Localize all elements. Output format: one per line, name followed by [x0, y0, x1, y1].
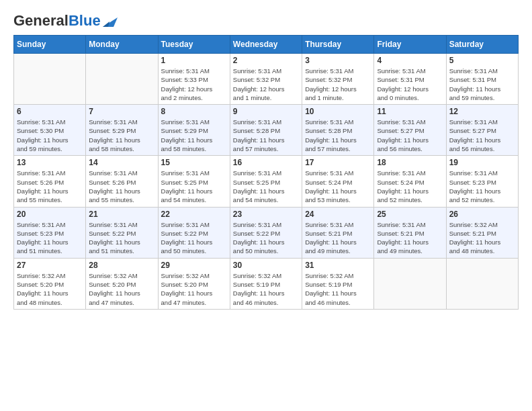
day-number: 12: [449, 107, 515, 116]
day-info: Sunrise: 5:31 AM Sunset: 5:25 PM Dayligh…: [161, 169, 227, 204]
day-info: Sunrise: 5:31 AM Sunset: 5:28 PM Dayligh…: [305, 118, 371, 153]
calendar-cell: 20Sunrise: 5:31 AM Sunset: 5:23 PM Dayli…: [14, 207, 86, 258]
calendar-cell: 14Sunrise: 5:31 AM Sunset: 5:26 PM Dayli…: [86, 156, 158, 207]
day-number: 11: [377, 107, 443, 116]
calendar-cell: 18Sunrise: 5:31 AM Sunset: 5:24 PM Dayli…: [374, 156, 446, 207]
calendar-header-row: SundayMondayTuesdayWednesdayThursdayFrid…: [14, 36, 519, 54]
calendar-cell: 1Sunrise: 5:31 AM Sunset: 5:33 PM Daylig…: [158, 54, 230, 105]
calendar-cell: 28Sunrise: 5:32 AM Sunset: 5:20 PM Dayli…: [86, 258, 158, 309]
day-info: Sunrise: 5:31 AM Sunset: 5:27 PM Dayligh…: [449, 118, 515, 153]
day-info: Sunrise: 5:32 AM Sunset: 5:19 PM Dayligh…: [305, 271, 371, 307]
calendar-cell: 9Sunrise: 5:31 AM Sunset: 5:28 PM Daylig…: [230, 105, 302, 156]
day-number: 22: [161, 210, 227, 219]
calendar-week-row: 1Sunrise: 5:31 AM Sunset: 5:33 PM Daylig…: [14, 54, 519, 105]
day-info: Sunrise: 5:31 AM Sunset: 5:29 PM Dayligh…: [161, 118, 227, 153]
day-info: Sunrise: 5:31 AM Sunset: 5:26 PM Dayligh…: [89, 169, 154, 204]
calendar-cell: 19Sunrise: 5:31 AM Sunset: 5:23 PM Dayli…: [446, 156, 518, 207]
calendar-cell: 23Sunrise: 5:31 AM Sunset: 5:22 PM Dayli…: [230, 207, 302, 258]
day-number: 8: [161, 107, 227, 116]
calendar-cell: 10Sunrise: 5:31 AM Sunset: 5:28 PM Dayli…: [302, 105, 374, 156]
day-number: 29: [161, 261, 227, 270]
day-number: 19: [449, 158, 515, 167]
day-info: Sunrise: 5:32 AM Sunset: 5:20 PM Dayligh…: [161, 271, 227, 307]
calendar-cell: [14, 54, 86, 105]
day-of-week-header: Saturday: [446, 36, 518, 54]
day-number: 31: [305, 261, 371, 270]
day-of-week-header: Monday: [86, 36, 158, 54]
day-of-week-header: Tuesday: [158, 36, 230, 54]
logo-text: GeneralBlue: [13, 13, 101, 28]
day-info: Sunrise: 5:31 AM Sunset: 5:24 PM Dayligh…: [377, 169, 443, 204]
calendar-cell: 21Sunrise: 5:31 AM Sunset: 5:22 PM Dayli…: [86, 207, 158, 258]
day-info: Sunrise: 5:31 AM Sunset: 5:22 PM Dayligh…: [161, 220, 227, 256]
day-of-week-header: Sunday: [14, 36, 86, 54]
calendar-cell: 27Sunrise: 5:32 AM Sunset: 5:20 PM Dayli…: [14, 258, 86, 309]
day-number: 10: [305, 107, 371, 116]
calendar-cell: 2Sunrise: 5:31 AM Sunset: 5:32 PM Daylig…: [230, 54, 302, 105]
day-info: Sunrise: 5:32 AM Sunset: 5:20 PM Dayligh…: [17, 271, 83, 307]
day-info: Sunrise: 5:31 AM Sunset: 5:21 PM Dayligh…: [305, 220, 371, 256]
day-of-week-header: Wednesday: [230, 36, 302, 54]
day-number: 7: [89, 107, 154, 116]
day-number: 21: [89, 210, 154, 219]
calendar-cell: 31Sunrise: 5:32 AM Sunset: 5:19 PM Dayli…: [302, 258, 374, 309]
calendar-week-row: 20Sunrise: 5:31 AM Sunset: 5:23 PM Dayli…: [14, 207, 519, 258]
day-info: Sunrise: 5:31 AM Sunset: 5:24 PM Dayligh…: [305, 169, 371, 204]
calendar-cell: 25Sunrise: 5:31 AM Sunset: 5:21 PM Dayli…: [374, 207, 446, 258]
calendar-cell: [446, 258, 518, 309]
calendar-table: SundayMondayTuesdayWednesdayThursdayFrid…: [13, 35, 519, 310]
calendar-cell: 12Sunrise: 5:31 AM Sunset: 5:27 PM Dayli…: [446, 105, 518, 156]
day-number: 15: [161, 158, 227, 167]
day-info: Sunrise: 5:31 AM Sunset: 5:26 PM Dayligh…: [17, 169, 83, 204]
logo: GeneralBlue: [13, 13, 118, 28]
calendar-cell: 29Sunrise: 5:32 AM Sunset: 5:20 PM Dayli…: [158, 258, 230, 309]
day-info: Sunrise: 5:31 AM Sunset: 5:32 PM Dayligh…: [233, 66, 299, 102]
day-number: 16: [233, 158, 299, 167]
calendar-cell: 13Sunrise: 5:31 AM Sunset: 5:26 PM Dayli…: [14, 156, 86, 207]
calendar-cell: 17Sunrise: 5:31 AM Sunset: 5:24 PM Dayli…: [302, 156, 374, 207]
calendar-cell: 16Sunrise: 5:31 AM Sunset: 5:25 PM Dayli…: [230, 156, 302, 207]
calendar-week-row: 6Sunrise: 5:31 AM Sunset: 5:30 PM Daylig…: [14, 105, 519, 156]
day-number: 5: [449, 56, 515, 65]
calendar-cell: 24Sunrise: 5:31 AM Sunset: 5:21 PM Dayli…: [302, 207, 374, 258]
day-number: 27: [17, 261, 83, 270]
page-header: GeneralBlue: [13, 13, 519, 28]
day-of-week-header: Thursday: [302, 36, 374, 54]
day-info: Sunrise: 5:31 AM Sunset: 5:31 PM Dayligh…: [449, 66, 515, 102]
day-info: Sunrise: 5:31 AM Sunset: 5:21 PM Dayligh…: [377, 220, 443, 256]
day-info: Sunrise: 5:31 AM Sunset: 5:23 PM Dayligh…: [449, 169, 515, 204]
day-info: Sunrise: 5:31 AM Sunset: 5:23 PM Dayligh…: [17, 220, 83, 256]
calendar-week-row: 13Sunrise: 5:31 AM Sunset: 5:26 PM Dayli…: [14, 156, 519, 207]
calendar-cell: 22Sunrise: 5:31 AM Sunset: 5:22 PM Dayli…: [158, 207, 230, 258]
day-number: 28: [89, 261, 154, 270]
day-number: 23: [233, 210, 299, 219]
day-info: Sunrise: 5:31 AM Sunset: 5:25 PM Dayligh…: [233, 169, 299, 204]
day-info: Sunrise: 5:31 AM Sunset: 5:22 PM Dayligh…: [233, 220, 299, 256]
calendar-cell: 5Sunrise: 5:31 AM Sunset: 5:31 PM Daylig…: [446, 54, 518, 105]
day-info: Sunrise: 5:31 AM Sunset: 5:30 PM Dayligh…: [17, 118, 83, 153]
calendar-cell: 11Sunrise: 5:31 AM Sunset: 5:27 PM Dayli…: [374, 105, 446, 156]
calendar-week-row: 27Sunrise: 5:32 AM Sunset: 5:20 PM Dayli…: [14, 258, 519, 309]
day-info: Sunrise: 5:32 AM Sunset: 5:19 PM Dayligh…: [233, 271, 299, 307]
day-info: Sunrise: 5:31 AM Sunset: 5:31 PM Dayligh…: [377, 66, 443, 102]
calendar-cell: 15Sunrise: 5:31 AM Sunset: 5:25 PM Dayli…: [158, 156, 230, 207]
day-number: 1: [161, 56, 227, 65]
logo-bird-icon: [103, 15, 118, 27]
day-info: Sunrise: 5:31 AM Sunset: 5:27 PM Dayligh…: [377, 118, 443, 153]
calendar-cell: [374, 258, 446, 309]
day-of-week-header: Friday: [374, 36, 446, 54]
day-number: 4: [377, 56, 443, 65]
day-info: Sunrise: 5:31 AM Sunset: 5:28 PM Dayligh…: [233, 118, 299, 153]
calendar-cell: 6Sunrise: 5:31 AM Sunset: 5:30 PM Daylig…: [14, 105, 86, 156]
day-number: 9: [233, 107, 299, 116]
day-info: Sunrise: 5:31 AM Sunset: 5:32 PM Dayligh…: [305, 66, 371, 102]
day-info: Sunrise: 5:32 AM Sunset: 5:21 PM Dayligh…: [449, 220, 515, 256]
day-info: Sunrise: 5:31 AM Sunset: 5:29 PM Dayligh…: [89, 118, 154, 153]
day-number: 6: [17, 107, 83, 116]
calendar-cell: 26Sunrise: 5:32 AM Sunset: 5:21 PM Dayli…: [446, 207, 518, 258]
calendar-cell: 4Sunrise: 5:31 AM Sunset: 5:31 PM Daylig…: [374, 54, 446, 105]
day-number: 26: [449, 210, 515, 219]
calendar-cell: 30Sunrise: 5:32 AM Sunset: 5:19 PM Dayli…: [230, 258, 302, 309]
day-number: 20: [17, 210, 83, 219]
calendar-cell: 3Sunrise: 5:31 AM Sunset: 5:32 PM Daylig…: [302, 54, 374, 105]
